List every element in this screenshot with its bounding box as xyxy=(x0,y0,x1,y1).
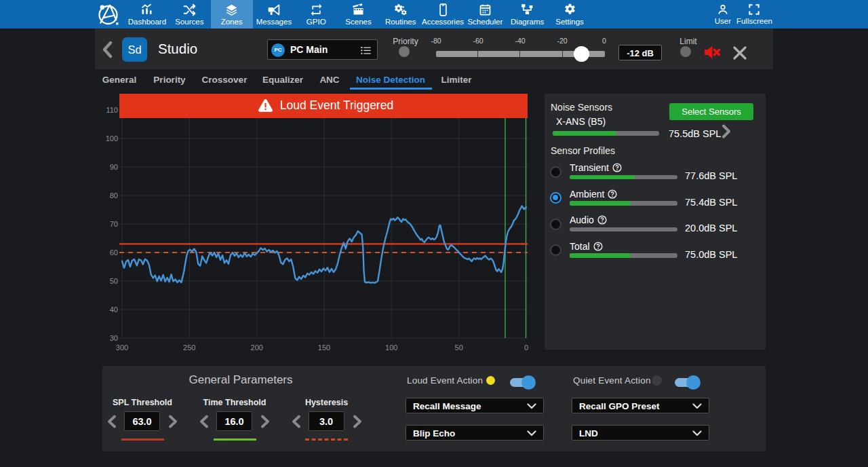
svg-text:200: 200 xyxy=(251,343,263,352)
svg-text:60: 60 xyxy=(110,248,118,257)
svg-text:90: 90 xyxy=(110,163,118,171)
svg-text:40: 40 xyxy=(110,305,118,314)
svg-text:0: 0 xyxy=(524,343,528,352)
svg-text:100: 100 xyxy=(385,343,397,352)
svg-text:250: 250 xyxy=(183,343,195,352)
svg-text:70: 70 xyxy=(110,220,118,228)
svg-text:150: 150 xyxy=(318,343,330,352)
svg-text:80: 80 xyxy=(110,191,118,200)
svg-text:100: 100 xyxy=(106,134,118,143)
svg-text:50: 50 xyxy=(110,277,118,285)
svg-text:50: 50 xyxy=(455,343,463,352)
svg-text:30: 30 xyxy=(110,334,118,342)
svg-text:110: 110 xyxy=(106,106,118,114)
svg-text:300: 300 xyxy=(116,343,128,352)
